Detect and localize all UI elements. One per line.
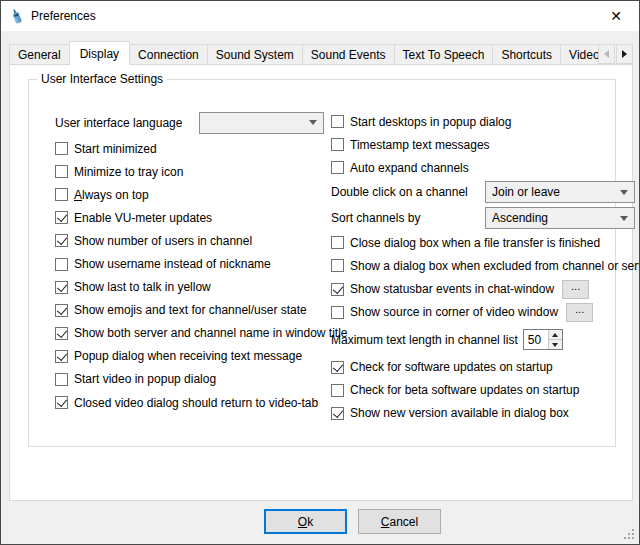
checkbox-row-auto-expand-channels[interactable]: Auto expand channels (331, 156, 640, 179)
checkbox-checked[interactable] (331, 361, 344, 374)
checkbox-row-start-desktops-in-popup-dialog[interactable]: Start desktops in popup dialog (331, 110, 640, 133)
checkbox-row-show-number-of-users-in-channel[interactable]: Show number of users in channel (55, 229, 333, 252)
tab-connection[interactable]: Connection (129, 44, 208, 65)
checkbox-row-show-both-server-and-channel-name-in-window-title[interactable]: Show both server and channel name in win… (55, 322, 333, 345)
checkbox-checked[interactable] (55, 327, 68, 340)
checkbox-unchecked[interactable] (331, 161, 344, 174)
tab-label: Sound Events (311, 48, 386, 62)
checkbox-row-show-emojis-and-text-for-channel-user-state[interactable]: Show emojis and text for channel/user st… (55, 299, 333, 322)
tab-label: Shortcuts (501, 48, 552, 62)
checkbox-label: Enable VU-meter updates (74, 211, 212, 225)
checkbox-label: Show number of users in channel (74, 234, 252, 248)
checkbox-row-close-dialog-box-when-a-file-transfer-is-finished[interactable]: Close dialog box when a file transfer is… (331, 231, 640, 254)
tab-label: Display (80, 47, 119, 61)
checkbox-unchecked[interactable] (331, 115, 344, 128)
checkbox-row-enable-vu-meter-updates[interactable]: Enable VU-meter updates (55, 206, 333, 229)
max-text-length-spinbox[interactable]: 50 (523, 329, 563, 350)
checkbox-unchecked[interactable] (55, 373, 68, 386)
checkbox-unchecked[interactable] (331, 306, 344, 319)
checkbox-unchecked[interactable] (55, 165, 68, 178)
tab-scroll-left-button[interactable] (598, 44, 615, 64)
chevron-down-icon (309, 120, 317, 125)
checkbox-checked[interactable] (55, 281, 68, 294)
tab-label: Connection (138, 48, 199, 62)
left-checkbox-list: Start minimizedMinimize to tray iconAlwa… (55, 137, 333, 414)
checkbox-row-popup-dialog-when-receiving-text-message[interactable]: Popup dialog when receiving text message (55, 345, 333, 368)
tab-label: Text To Speech (403, 48, 485, 62)
checkbox-label: Show statusbar events in chat-window (350, 282, 554, 296)
checkbox-row-always-on-top[interactable]: Always on top (55, 183, 333, 206)
ok-button[interactable]: Ok (264, 509, 347, 534)
sort-channels-row: Sort channels by Ascending (331, 205, 640, 231)
checkbox-row-check-for-software-updates-on-startup[interactable]: Check for software updates on startup (331, 356, 640, 379)
resize-grip-icon[interactable] (624, 529, 635, 540)
chevron-down-icon (620, 216, 628, 221)
checkbox-row-show-a-dialog-box-when-excluded-from-channel-or-server[interactable]: Show a dialog box when excluded from cha… (331, 254, 640, 277)
language-combobox[interactable] (199, 112, 324, 134)
checkbox-unchecked[interactable] (331, 384, 344, 397)
checkbox-unchecked[interactable] (331, 259, 344, 272)
sort-channels-combobox[interactable]: Ascending (485, 207, 635, 229)
spin-down-button[interactable] (549, 339, 562, 349)
checkbox-unchecked[interactable] (331, 236, 344, 249)
checkbox-unchecked[interactable] (55, 258, 68, 271)
checkbox-checked[interactable] (331, 407, 344, 420)
checkbox-checked[interactable] (331, 283, 344, 296)
language-row: User interface language (55, 110, 333, 135)
checkbox-row-timestamp-text-messages[interactable]: Timestamp text messages (331, 133, 640, 156)
cancel-button[interactable]: Cancel (358, 509, 441, 534)
tab-shortcuts[interactable]: Shortcuts (492, 44, 561, 65)
tab-text-to-speech[interactable]: Text To Speech (394, 44, 494, 65)
checkbox-label: Start minimized (74, 142, 157, 156)
tab-scroll-right-button[interactable] (616, 44, 633, 64)
tab-sound-events[interactable]: Sound Events (302, 44, 395, 65)
right-checkbox-list-bottom: Check for software updates on startupChe… (331, 356, 640, 425)
checkbox-unchecked[interactable] (55, 188, 68, 201)
checkbox-checked[interactable] (55, 396, 68, 409)
checkbox-label: Close dialog box when a file transfer is… (350, 236, 600, 250)
spin-buttons (548, 330, 562, 349)
max-text-length-label: Maximum text length in channel list (331, 333, 518, 347)
checkbox-label: Minimize to tray icon (74, 165, 183, 179)
checkbox-row-show-source-in-corner-of-video-window[interactable]: Show source in corner of video window... (331, 301, 640, 324)
close-button[interactable]: ✕ (593, 1, 639, 30)
checkbox-unchecked[interactable] (55, 142, 68, 155)
checkbox-label: Start video in popup dialog (74, 372, 216, 386)
checkbox-label: Closed video dialog should return to vid… (74, 396, 318, 410)
double-click-combobox[interactable]: Join or leave (485, 181, 635, 203)
double-click-label: Double click on a channel (331, 185, 468, 199)
ellipsis-button[interactable]: ... (566, 303, 593, 322)
checkbox-row-show-last-to-talk-in-yellow[interactable]: Show last to talk in yellow (55, 276, 333, 299)
triangle-left-icon (604, 50, 609, 58)
checkbox-label: Show emojis and text for channel/user st… (74, 303, 307, 317)
checkbox-row-show-statusbar-events-in-chat-window[interactable]: Show statusbar events in chat-window... (331, 277, 640, 300)
checkbox-row-minimize-to-tray-icon[interactable]: Minimize to tray icon (55, 160, 333, 183)
tab-video[interactable]: Video (560, 44, 599, 65)
right-column: Start desktops in popup dialogTimestamp … (331, 110, 640, 425)
checkbox-row-show-username-instead-of-nickname[interactable]: Show username instead of nickname (55, 252, 333, 275)
max-text-length-row: Maximum text length in channel list 50 (331, 327, 640, 353)
tab-display[interactable]: Display (69, 41, 130, 65)
checkbox-row-show-new-version-available-in-dialog-box[interactable]: Show new version available in dialog box (331, 402, 640, 425)
tab-general[interactable]: General (9, 44, 70, 65)
checkbox-checked[interactable] (55, 234, 68, 247)
tab-label: Video (569, 48, 599, 62)
checkbox-row-start-video-in-popup-dialog[interactable]: Start video in popup dialog (55, 368, 333, 391)
checkbox-label: Show source in corner of video window (350, 305, 558, 319)
ellipsis-button[interactable]: ... (562, 280, 589, 299)
checkbox-label: Start desktops in popup dialog (350, 115, 511, 129)
checkbox-row-start-minimized[interactable]: Start minimized (55, 137, 333, 160)
checkbox-label: Show new version available in dialog box (350, 406, 569, 420)
checkbox-row-check-for-beta-software-updates-on-startup[interactable]: Check for beta software updates on start… (331, 379, 640, 402)
checkbox-checked[interactable] (55, 211, 68, 224)
chevron-down-icon (620, 190, 628, 195)
checkbox-checked[interactable] (55, 304, 68, 317)
checkbox-row-closed-video-dialog-should-return-to-video-tab[interactable]: Closed video dialog should return to vid… (55, 391, 333, 414)
spin-up-button[interactable] (549, 330, 562, 339)
right-checkbox-list-mid: Close dialog box when a file transfer is… (331, 231, 640, 323)
tab-sound-system[interactable]: Sound System (207, 44, 303, 65)
right-checkbox-list-top: Start desktops in popup dialogTimestamp … (331, 110, 640, 179)
checkbox-unchecked[interactable] (331, 138, 344, 151)
checkbox-checked[interactable] (55, 350, 68, 363)
checkbox-label: Timestamp text messages (350, 138, 490, 152)
